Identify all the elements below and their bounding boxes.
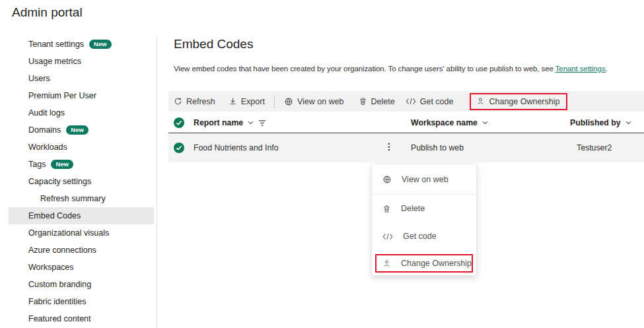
sidebar-item-users[interactable]: Users [9,70,154,87]
toolbar-divider [274,95,275,108]
person-icon [476,97,485,106]
report-name-cell: Food Nutrients and Info [194,143,279,152]
change-ownership-button[interactable]: Change Ownership [470,93,567,110]
sidebar-item-label: Featured content [28,314,91,323]
delete-label: Delete [371,97,395,106]
sidebar-item-label: Workloads [28,143,67,152]
table-header: Report name Workspace name Published by [168,114,644,133]
page-title: Admin portal [12,5,83,20]
code-icon [382,233,393,240]
workspace-name-cell: Publish to web [411,143,464,152]
row-context-menu: View on web Delete Get code Change Owner… [371,164,477,276]
chevron-down-icon [482,121,488,125]
sidebar-item-tags[interactable]: Tags New [9,156,154,173]
export-button[interactable]: Export [229,97,265,106]
tenant-settings-link[interactable]: Tenant settings [555,65,606,73]
sidebar-item-workloads[interactable]: Workloads [9,139,154,156]
new-badge: New [89,40,112,49]
sidebar-divider [157,36,157,328]
sidebar-item-label: Premium Per User [28,91,96,100]
sidebar-item-label: Usage metrics [28,57,81,66]
sidebar-item-label: Tags [28,160,46,169]
new-badge: New [51,160,73,170]
sidebar-item-domains[interactable]: Domains New [9,121,154,139]
menu-item-label: Delete [401,204,425,213]
description: View embed codes that have been created … [174,65,608,73]
person-icon [382,259,391,268]
section-title: Embed Codes [174,37,253,51]
sidebar-item-featured-content[interactable]: Featured content [9,310,154,327]
new-badge: New [66,125,89,135]
sidebar-item-organizational-visuals[interactable]: Organizational visuals [9,224,154,242]
row-checkbox[interactable] [174,143,184,153]
sidebar-item-label: Workspaces [28,263,74,272]
column-header-published-by[interactable]: Published by [570,118,631,127]
code-icon [406,98,416,105]
export-label: Export [241,97,265,106]
sidebar-item-label: Organizational visuals [28,228,109,238]
sidebar: Tenant settings New Usage metrics Users … [0,36,157,327]
chevron-down-icon [248,121,254,125]
menu-item-view-on-web[interactable]: View on web [372,165,476,195]
sidebar-item-label: Domains [28,125,61,135]
column-header-report-name[interactable]: Report name [194,118,266,127]
sidebar-item-label: Embed Codes [28,211,81,220]
view-on-web-label: View on web [297,97,344,106]
menu-item-label: Get code [403,232,437,241]
trash-icon [359,97,367,106]
trash-icon [382,205,391,213]
download-icon [229,97,237,106]
description-period: . [606,65,608,73]
sidebar-item-premium-per-user[interactable]: Premium Per User [9,87,154,104]
sidebar-item-label: Fabric identities [28,297,87,306]
globe-icon [382,175,392,184]
description-text: View embed codes that have been created … [174,65,555,73]
select-all-checkbox[interactable] [174,117,184,128]
menu-item-change-ownership[interactable]: Change Ownership [375,254,473,273]
get-code-label: Get code [420,97,454,106]
change-ownership-label: Change Ownership [489,97,559,106]
sidebar-item-capacity-settings[interactable]: Capacity settings [9,173,154,190]
column-header-workspace-name[interactable]: Workspace name [411,118,488,127]
row-more-options-icon[interactable]: ⋮ [384,141,394,152]
sidebar-item-audit-logs[interactable]: Audit logs [9,104,154,121]
column-label: Workspace name [411,118,478,127]
chevron-down-icon [626,121,631,125]
published-by-cell: Testuser2 [577,143,612,152]
sidebar-item-label: Custom branding [28,280,91,289]
sidebar-item-tenant-settings[interactable]: Tenant settings New [9,36,154,53]
menu-item-get-code[interactable]: Get code [372,222,476,250]
sidebar-item-label: Audit logs [28,108,65,117]
sidebar-item-embed-codes[interactable]: Embed Codes [9,207,154,224]
refresh-label: Refresh [186,97,215,106]
delete-button[interactable]: Delete [359,97,395,106]
column-label: Report name [194,118,243,127]
sidebar-item-usage-metrics[interactable]: Usage metrics [9,53,154,70]
sidebar-item-label: Capacity settings [28,177,91,186]
menu-item-label: Change Ownership [401,259,472,268]
refresh-icon [174,97,182,106]
column-label: Published by [570,118,621,127]
sidebar-item-label: Tenant settings [28,40,84,49]
view-on-web-button[interactable]: View on web [284,97,344,106]
sidebar-item-azure-connections[interactable]: Azure connections [9,242,154,259]
sidebar-item-workspaces[interactable]: Workspaces [9,259,154,276]
sidebar-item-custom-branding[interactable]: Custom branding [9,276,154,293]
sidebar-item-label: Refresh summary [40,194,106,203]
table-row[interactable]: Food Nutrients and Info ⋮ Publish to web… [168,134,644,162]
sidebar-item-fabric-identities[interactable]: Fabric identities [9,293,154,310]
filter-icon[interactable] [258,119,266,127]
sidebar-item-label: Users [28,74,50,83]
toolbar: Refresh Export View on web Delete Get c [168,91,644,112]
get-code-button[interactable]: Get code [406,97,454,106]
refresh-button[interactable]: Refresh [174,97,215,106]
menu-item-delete[interactable]: Delete [372,195,476,222]
sidebar-item-refresh-summary[interactable]: Refresh summary [9,190,154,207]
admin-portal-page: Admin portal Tenant settings New Usage m… [0,0,644,328]
globe-icon [284,97,293,106]
menu-item-label: View on web [402,175,448,184]
sidebar-item-label: Azure connections [28,246,96,255]
